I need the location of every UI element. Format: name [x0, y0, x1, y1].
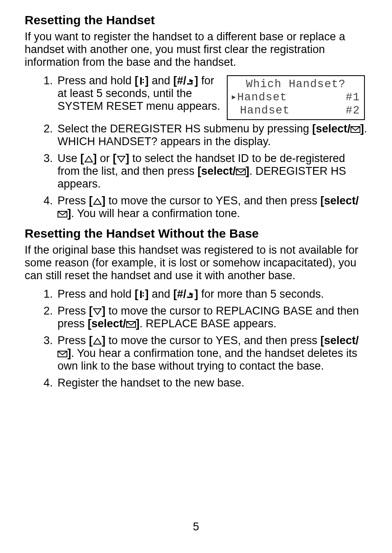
- bracket: [: [135, 288, 138, 300]
- down-triangle-icon: [93, 308, 102, 316]
- steps-list-1b: Select the DEREGISTER HS submenu by pres…: [25, 123, 367, 220]
- step2-1: Press and hold [] and [#/] for more than…: [56, 288, 367, 301]
- down-triangle-icon: [117, 155, 126, 163]
- step1-3: Use [] or [] to select the handset ID to…: [56, 152, 367, 190]
- text: Press: [58, 334, 89, 347]
- envelope-icon: [126, 320, 136, 329]
- bracket: [: [89, 194, 93, 207]
- bracket: [select/: [321, 334, 359, 347]
- step2-2: Press [] to move the cursor to REPLACING…: [56, 305, 367, 330]
- step2-4: Register the handset to the new base.: [56, 377, 367, 389]
- text: to move the cursor to YES, and then pres…: [106, 194, 321, 207]
- bracket: [select/: [198, 165, 236, 177]
- bracket: ]: [246, 165, 249, 177]
- redial-icon: [186, 78, 194, 86]
- end-key-icon: [138, 76, 145, 86]
- envelope-icon: [350, 125, 360, 134]
- text: and: [149, 74, 173, 87]
- steps-list-1: Press and hold [] and [#/] for at least …: [25, 74, 221, 117]
- up-triangle-icon: [93, 337, 102, 345]
- step2-3: Press [] to move the cursor to YES, and …: [56, 334, 367, 373]
- bracket: [#/: [173, 288, 187, 300]
- bracket: ]: [67, 347, 71, 359]
- text: Press: [58, 194, 89, 207]
- bracket: [select/: [88, 317, 126, 330]
- steps-list-2: Press and hold [] and [#/] for more than…: [25, 288, 367, 389]
- step1-4: Press [] to move the cursor to YES, and …: [56, 194, 367, 220]
- lcd-line1: Which Handset?: [228, 78, 363, 91]
- lcd-line3: Handset #2: [228, 104, 363, 117]
- bracket: ]: [102, 305, 106, 317]
- bracket: ]: [194, 74, 198, 87]
- bracket: [select/: [321, 194, 359, 207]
- text: Select the DEREGISTER HS submenu by pres…: [58, 123, 312, 135]
- cursor-icon: ▸: [232, 92, 236, 101]
- text: . REPLACE BASE appears.: [140, 317, 277, 330]
- bracket: ]: [93, 152, 97, 164]
- bracket: ]: [126, 152, 129, 164]
- envelope-icon: [236, 168, 246, 176]
- bracket: [: [135, 74, 138, 87]
- text: or: [97, 152, 113, 164]
- text: Use: [58, 152, 81, 164]
- bracket: [select/: [312, 123, 350, 135]
- bracket: [: [89, 334, 93, 347]
- step1-1: Press and hold [] and [#/] for at least …: [56, 74, 221, 113]
- bracket: ]: [102, 334, 106, 347]
- lcd-text: #1: [346, 91, 360, 104]
- bracket: ]: [145, 74, 149, 87]
- bracket: ]: [194, 288, 198, 300]
- intro-resetting-handset: If you want to register the handset to a…: [25, 30, 367, 69]
- up-triangle-icon: [84, 155, 93, 163]
- heading-resetting-handset: Resetting the Handset: [25, 12, 367, 28]
- text: and: [149, 288, 173, 300]
- text: . You hear a confirmation tone, and the …: [58, 347, 357, 372]
- bracket: [: [113, 152, 117, 164]
- page-number: 5: [0, 521, 392, 533]
- text: Press: [58, 305, 89, 317]
- lcd-text: Handset: [240, 104, 290, 117]
- step1-2: Select the DEREGISTER HS submenu by pres…: [56, 123, 367, 148]
- envelope-icon: [58, 210, 67, 218]
- bracket: ]: [67, 207, 71, 220]
- bracket: ]: [136, 317, 140, 330]
- bracket: [: [81, 152, 84, 164]
- text: Press and hold: [58, 74, 135, 87]
- envelope-icon: [58, 350, 67, 358]
- bracket: [#/: [173, 74, 187, 87]
- lcd-display: Which Handset? ▸Handset #1 Handset #2: [227, 75, 365, 120]
- text: to move the cursor to YES, and then pres…: [106, 334, 321, 347]
- text: . You will hear a confirmation tone.: [71, 207, 240, 220]
- end-key-icon: [138, 290, 145, 299]
- bracket: ]: [145, 288, 149, 300]
- text: for more than 5 seconds.: [198, 288, 324, 300]
- lcd-text: Handset: [237, 91, 287, 104]
- intro-resetting-without-base: If the original base this handset was re…: [25, 244, 367, 282]
- bracket: [: [89, 305, 93, 317]
- redial-icon: [186, 292, 194, 299]
- lcd-line2: ▸Handset #1: [228, 91, 363, 104]
- heading-resetting-without-base: Resetting the Handset Without the Base: [25, 226, 367, 241]
- bracket: ]: [102, 194, 106, 207]
- text: Press and hold: [58, 288, 135, 300]
- lcd-text: #2: [346, 104, 360, 117]
- bracket: ]: [360, 123, 364, 135]
- up-triangle-icon: [93, 197, 102, 206]
